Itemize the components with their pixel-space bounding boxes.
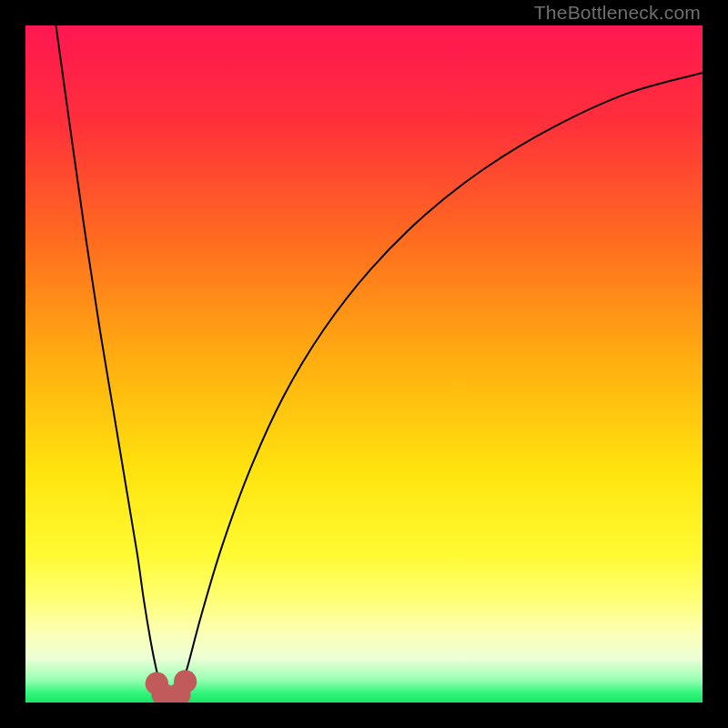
watermark-text: TheBottleneck.com: [534, 2, 701, 24]
bottleneck-marker: [174, 670, 197, 693]
chart-svg: [25, 25, 703, 703]
gradient-background: [25, 25, 703, 703]
chart-frame: TheBottleneck.com: [0, 0, 728, 728]
plot-area: [25, 25, 703, 703]
